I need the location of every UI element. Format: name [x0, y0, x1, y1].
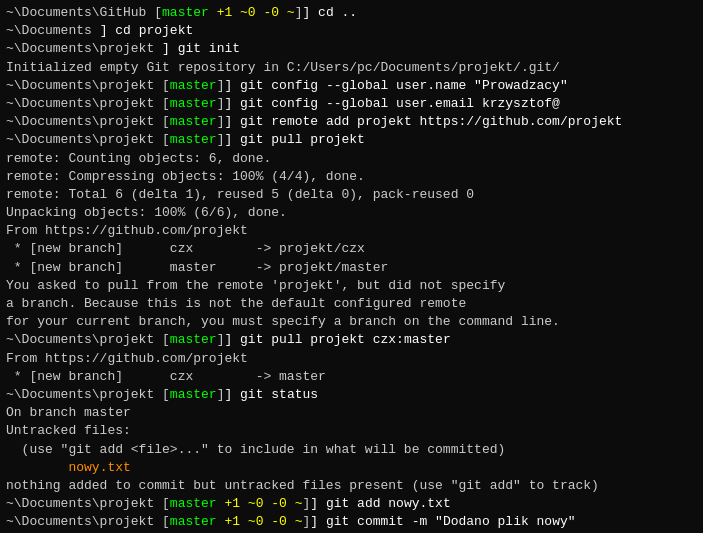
prompt-command: ] git remote add projekt https://github.…: [224, 114, 622, 129]
terminal-line: ~\Documents\projekt [master]] git config…: [6, 95, 697, 113]
prompt-branch: master: [170, 132, 217, 147]
prompt-command: ] cd ..: [303, 5, 358, 20]
terminal-window: ~\Documents\GitHub [master +1 ~0 -0 ~]] …: [0, 0, 703, 533]
prompt-branch: master: [170, 496, 217, 511]
prompt-path: ~\Documents\projekt: [6, 114, 162, 129]
terminal-line: ~\Documents\GitHub [master +1 ~0 -0 ~]] …: [6, 4, 697, 22]
prompt-path: ~\Documents\projekt: [6, 514, 162, 529]
terminal-line: ~\Documents\projekt [master +1 ~0 -0 ~]]…: [6, 513, 697, 531]
terminal-line: remote: Compressing objects: 100% (4/4),…: [6, 168, 697, 186]
prompt-path: ~\Documents\projekt: [6, 332, 162, 347]
prompt-branch: master: [170, 387, 217, 402]
prompt-branch: master: [170, 96, 217, 111]
prompt-path: ~\Documents\projekt: [6, 96, 162, 111]
prompt-command: ] git pull projekt: [224, 132, 364, 147]
prompt-path: ~\Documents\projekt: [6, 78, 162, 93]
prompt-command: ] git status: [224, 387, 318, 402]
prompt-branch: master: [170, 332, 217, 347]
prompt-path: ~\Documents\projekt: [6, 387, 162, 402]
terminal-line: ~\Documents\projekt ] git init: [6, 40, 697, 58]
prompt-command: ] git add nowy.txt: [310, 496, 450, 511]
prompt-command: ] git config --global user.email krzyszt…: [224, 96, 559, 111]
terminal-line: From https://github.com/projekt: [6, 222, 697, 240]
terminal-line: ~\Documents\projekt [master +1 ~0 -0 ~]]…: [6, 495, 697, 513]
terminal-line: remote: Counting objects: 6, done.: [6, 150, 697, 168]
prompt-branch: master: [162, 5, 209, 20]
prompt-command: ] git pull projekt czx:master: [224, 332, 450, 347]
terminal-line: (use "git add <file>..." to include in w…: [6, 441, 697, 459]
terminal-line: Initialized empty Git repository in C:/U…: [6, 59, 697, 77]
terminal-line: * [new branch] czx -> master: [6, 368, 697, 386]
prompt-command: ] git init: [162, 41, 240, 56]
terminal-line: nowy.txt: [6, 459, 697, 477]
terminal-line: ~\Documents\projekt [master]] git remote…: [6, 113, 697, 131]
prompt-path: ~\Documents\projekt: [6, 41, 162, 56]
terminal-line: for your current branch, you must specif…: [6, 313, 697, 331]
prompt-path: ~\Documents\projekt: [6, 132, 162, 147]
prompt-path: ~\Documents: [6, 23, 100, 38]
prompt-branch: master: [170, 514, 217, 529]
terminal-line: remote: Total 6 (delta 1), reused 5 (del…: [6, 186, 697, 204]
terminal-line: * [new branch] master -> projekt/master: [6, 259, 697, 277]
prompt-path: ~\Documents\GitHub: [6, 5, 154, 20]
prompt-branch: master: [170, 114, 217, 129]
prompt-command: ] git config --global user.name "Prowadz…: [224, 78, 567, 93]
terminal-line: Unpacking objects: 100% (6/6), done.: [6, 204, 697, 222]
terminal-line: ~\Documents\projekt [master]] git config…: [6, 77, 697, 95]
terminal-line: nothing added to commit but untracked fi…: [6, 477, 697, 495]
prompt-command: ] git commit -m "Dodano plik nowy": [310, 514, 575, 529]
terminal-line: * [new branch] czx -> projekt/czx: [6, 240, 697, 258]
terminal-line: a branch. Because this is not the defaul…: [6, 295, 697, 313]
terminal-line: ~\Documents\projekt [master]] git pull p…: [6, 131, 697, 149]
terminal-line: Untracked files:: [6, 422, 697, 440]
terminal-line: You asked to pull from the remote 'proje…: [6, 277, 697, 295]
terminal-line: ~\Documents ] cd projekt: [6, 22, 697, 40]
terminal-content: ~\Documents\GitHub [master +1 ~0 -0 ~]] …: [6, 4, 697, 533]
terminal-line: On branch master: [6, 404, 697, 422]
terminal-line: ~\Documents\projekt [master]] git status: [6, 386, 697, 404]
prompt-command: ] cd projekt: [100, 23, 194, 38]
prompt-path: ~\Documents\projekt: [6, 496, 162, 511]
prompt-branch: master: [170, 78, 217, 93]
terminal-line: From https://github.com/projekt: [6, 350, 697, 368]
terminal-line: ~\Documents\projekt [master]] git pull p…: [6, 331, 697, 349]
